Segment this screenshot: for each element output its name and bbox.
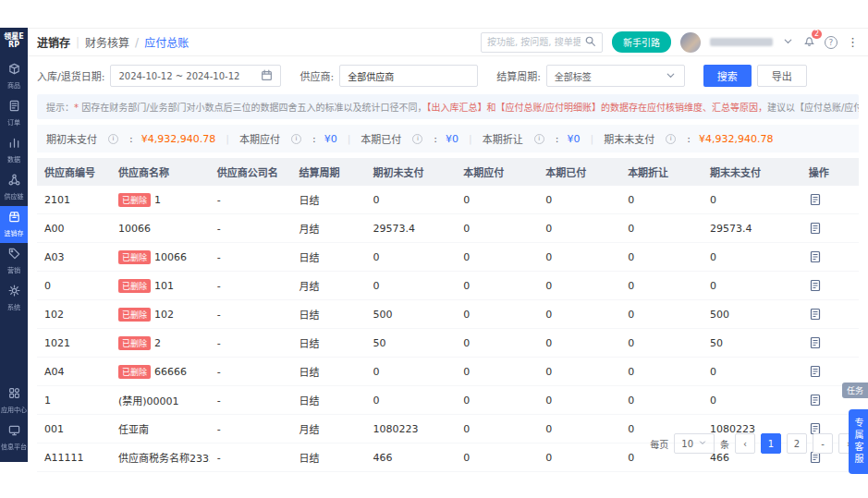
notice-bullet: *: [74, 103, 79, 113]
page-button-2[interactable]: 2: [787, 433, 807, 454]
current-discount-cell: 0: [620, 300, 703, 328]
info-icon[interactable]: i: [534, 134, 544, 144]
opening-unpaid-cell: 0: [366, 272, 457, 299]
detail-action-icon[interactable]: [801, 272, 859, 299]
calendar-icon: [261, 69, 273, 83]
sidebar-item-label: 系统: [7, 302, 20, 311]
notice-prefix: 提示：: [46, 103, 74, 113]
date-range-input[interactable]: 2024-10-12 ~ 2024-10-12: [110, 65, 281, 87]
search-button[interactable]: 搜索: [703, 65, 752, 87]
export-button[interactable]: 导出: [757, 65, 807, 87]
current-paid-cell: 0: [538, 386, 620, 414]
sidebar-item-orders[interactable]: 订单: [0, 95, 28, 132]
sidebar-item-label: 营销: [7, 265, 20, 274]
customer-service-button[interactable]: 专属客服: [849, 409, 868, 474]
closing-unpaid-cell: 500: [703, 300, 801, 328]
sidebar-item-app-center[interactable]: 应用中心: [0, 383, 28, 419]
per-page-value: 10: [681, 439, 693, 449]
detail-action-icon[interactable]: [801, 329, 859, 357]
info-icon[interactable]: i: [291, 134, 301, 144]
avatar[interactable]: [680, 32, 701, 53]
closing-unpaid-cell: 0: [703, 243, 801, 271]
sidebar-item-inventory[interactable]: 进销存: [0, 206, 28, 243]
prev-page-button[interactable]: ‹: [735, 433, 755, 454]
opening-unpaid-cell: 0: [366, 358, 457, 385]
opening-unpaid-cell: 0: [366, 186, 457, 213]
info-icon[interactable]: i: [108, 134, 118, 144]
closing-unpaid-cell: 29573.4: [703, 214, 801, 242]
settlement-cycle-cell: 日结: [292, 329, 366, 357]
task-floating-tag[interactable]: 任务: [842, 383, 868, 398]
sidebar-item-info-platform[interactable]: 信息平台: [0, 419, 28, 456]
sidebar-item-data[interactable]: 数据: [0, 132, 28, 169]
info-icon[interactable]: i: [412, 134, 422, 144]
supplier-name: 1: [154, 194, 161, 206]
current-payable-cell: 0: [456, 386, 538, 414]
supplier-code-cell: 102: [37, 300, 111, 328]
sidebar-item-label: 进销存: [4, 228, 23, 237]
sidebar-item-system[interactable]: 系统: [0, 280, 28, 317]
detail-action-icon[interactable]: [801, 300, 859, 328]
sidebar-item-supply-chain[interactable]: 供应链: [0, 169, 28, 206]
supplier-input[interactable]: [339, 65, 478, 87]
date-range-value: 2024-10-12 ~ 2024-10-12: [118, 71, 239, 81]
settlement-cycle-cell: 日结: [292, 186, 366, 213]
settlement-cycle-cell: 月结: [292, 272, 366, 299]
monitor-icon: [8, 424, 20, 439]
supplier-name-cell: 已删除10066: [111, 243, 210, 271]
detail-action-icon[interactable]: [801, 214, 859, 242]
page-ellipsis[interactable]: -: [813, 433, 833, 454]
table-row: 1021 已删除2 - 日结 50 0 0 0 50: [37, 329, 859, 358]
deleted-badge: 已删除: [118, 308, 151, 322]
top-header: 进销存 | 财务核算 / 应付总账 新手引路 2: [28, 29, 868, 56]
supplier-code-cell: A00: [37, 214, 111, 242]
sidebar-item-marketing[interactable]: 营销: [0, 243, 28, 280]
chevron-down-icon[interactable]: [782, 35, 794, 50]
column-header: 本期已付: [538, 158, 620, 186]
supplier-name: 10066: [154, 251, 187, 263]
supplier-name: 102: [154, 309, 174, 321]
detail-action-icon[interactable]: [801, 358, 859, 385]
info-icon[interactable]: i: [666, 134, 676, 144]
per-page-label: 每页: [650, 437, 668, 451]
supplier-name-cell: (禁用)00001: [111, 386, 210, 414]
page-button-1[interactable]: 1: [761, 433, 781, 454]
sidebar-item-label: 应用中心: [1, 405, 27, 414]
summary-separator: |: [348, 133, 351, 145]
opening-unpaid-cell: 50: [366, 329, 457, 357]
sidebar-item-goods[interactable]: 商品: [0, 58, 28, 95]
sidebar: 领星ERP 商品 订单 数据 供应链 进销存: [0, 28, 28, 462]
supplier-name-cell: 已删除102: [111, 300, 210, 328]
chevron-down-icon: [665, 69, 677, 83]
newbie-guide-button[interactable]: 新手引路: [612, 31, 671, 53]
breadcrumb-divider: |: [76, 36, 79, 49]
search-input[interactable]: [487, 37, 581, 47]
supplier-code-cell: A03: [37, 243, 111, 271]
current-payable-cell: 0: [456, 329, 538, 357]
detail-action-icon[interactable]: [801, 186, 859, 213]
summary-value: ¥0: [568, 133, 581, 145]
help-icon[interactable]: ?: [825, 36, 837, 49]
global-search[interactable]: [481, 32, 603, 53]
tag-icon: [8, 248, 20, 262]
breadcrumb-section[interactable]: 财务核算: [85, 34, 129, 50]
current-discount-cell: 0: [620, 358, 703, 385]
summary-label: 期末未支付: [604, 131, 654, 146]
breadcrumb-current[interactable]: 应付总账: [144, 34, 189, 50]
cycle-select[interactable]: 全部标签: [546, 65, 685, 87]
detail-action-icon[interactable]: [801, 243, 859, 271]
per-page-select[interactable]: 10: [674, 433, 715, 454]
opening-unpaid-cell: 0: [366, 386, 457, 414]
company-name-cell: -: [210, 243, 292, 271]
notifications[interactable]: 2: [803, 35, 815, 50]
goods-icon: [8, 63, 20, 78]
supplier-name: 101: [154, 280, 174, 292]
column-header: 供应商公司名: [210, 158, 292, 186]
current-payable-cell: 0: [456, 358, 538, 385]
more-menu-icon[interactable]: ⋮: [847, 36, 859, 48]
bar-chart-icon: [8, 137, 20, 152]
supplier-name: 2: [154, 337, 161, 349]
breadcrumb-root[interactable]: 进销存: [37, 34, 70, 50]
closing-unpaid-cell: 50: [703, 329, 801, 357]
search-icon[interactable]: [584, 35, 596, 50]
